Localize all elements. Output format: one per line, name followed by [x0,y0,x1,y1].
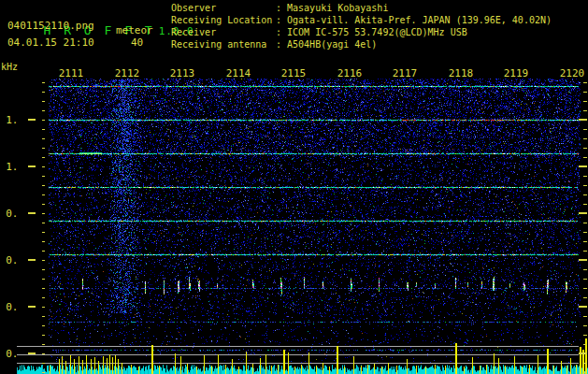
info-value: Masayuki Kobayashi [287,2,388,14]
freq-unit-label: kHz [1,62,18,72]
spectrogram-canvas [17,79,588,374]
output-filename: 0401152110.png [7,20,94,32]
info-value: ICOM IC-575 53.7492(@LCD)MHz USB [287,26,467,38]
info-separator: : [276,2,281,14]
info-label: Receiving antenna [171,38,276,50]
info-label: Receiving Location [171,14,276,26]
info-separator: : [276,26,281,38]
info-row-location: Receiving Location:Ogata-vill. Akita-Pre… [171,14,552,26]
observation-datetime: 04.01.15 21:10 [7,36,94,49]
info-row-antenna: Receiving antenna:A504HB(yagi 4el) [171,38,552,50]
hrofft-output-screen: H R O F F T1.0.0 0401152110.png meteor 0… [0,0,588,374]
station-info-block: Observer:Masayuki Kobayashi Receiving Lo… [171,2,552,50]
info-separator: : [276,14,281,26]
observation-mode-label: meteor [116,24,153,36]
info-row-observer: Observer:Masayuki Kobayashi [171,2,552,14]
info-row-receiver: Receiver:ICOM IC-575 53.7492(@LCD)MHz US… [171,26,552,38]
info-label: Observer [171,2,276,14]
info-label: Receiver [171,26,276,38]
info-value: Ogata-vill. Akita-Pref. JAPAN (139.96E, … [287,14,552,26]
meteor-echo-count: 40 [131,36,143,49]
info-separator: : [276,38,281,50]
info-value: A504HB(yagi 4el) [287,38,377,50]
